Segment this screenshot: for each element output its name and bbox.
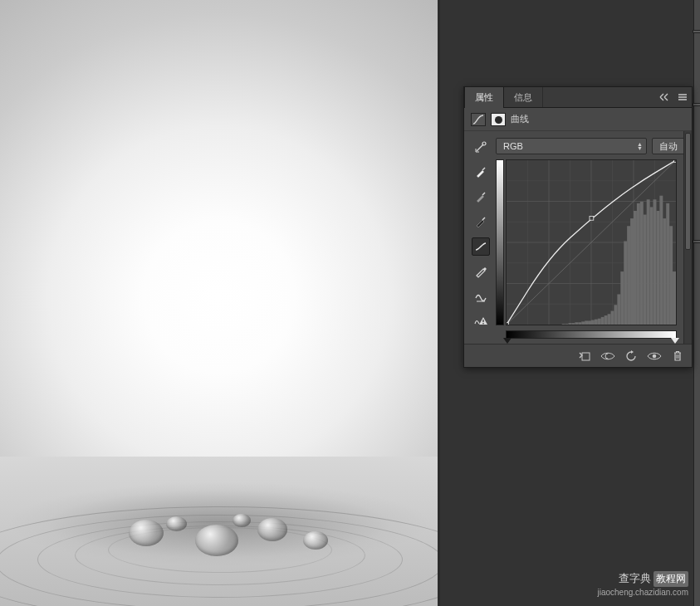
select-arrows-icon: ▲▼: [637, 142, 643, 150]
adjustment-title: 曲线: [511, 113, 529, 125]
svg-rect-66: [666, 203, 669, 325]
dock-handle[interactable]: [693, 240, 700, 243]
svg-rect-49: [611, 311, 614, 325]
svg-rect-67: [669, 226, 673, 325]
smooth-curve-icon[interactable]: [472, 287, 490, 305]
svg-rect-47: [605, 315, 608, 325]
svg-rect-36: [569, 323, 572, 325]
dock-handle[interactable]: [693, 30, 700, 33]
pencil-mode-icon[interactable]: [472, 262, 490, 281]
svg-rect-2: [482, 323, 483, 324]
panel-body: RGB ▲▼ 自动: [464, 131, 692, 344]
layer-mask-icon[interactable]: [491, 113, 506, 126]
svg-rect-59: [644, 215, 647, 325]
svg-rect-57: [637, 203, 640, 325]
svg-rect-44: [595, 320, 598, 325]
target-adjust-icon[interactable]: [472, 138, 490, 156]
svg-rect-48: [608, 314, 611, 325]
svg-rect-65: [663, 218, 666, 325]
dock-handle[interactable]: [693, 103, 700, 106]
svg-rect-72: [674, 160, 676, 162]
tab-properties[interactable]: 属性: [464, 86, 504, 108]
input-gradient[interactable]: [506, 330, 677, 339]
properties-panel: 属性 信息 曲线: [463, 86, 693, 368]
watermark-text-2: 教程网: [653, 571, 688, 586]
document-image: [0, 0, 438, 606]
svg-rect-41: [585, 320, 588, 325]
eyedropper-gray-icon[interactable]: [472, 188, 490, 206]
svg-rect-62: [653, 199, 657, 325]
eyedropper-white-icon[interactable]: [472, 163, 490, 181]
output-gradient: [496, 159, 504, 325]
watermark-url: jiaocheng.chazidian.com: [597, 587, 688, 599]
visibility-icon[interactable]: [645, 349, 663, 364]
eyedropper-black-icon[interactable]: [472, 213, 490, 231]
canvas-area[interactable]: [0, 0, 440, 606]
svg-rect-45: [598, 319, 601, 325]
svg-point-0: [482, 142, 486, 145]
panel-dock-edge: [693, 0, 700, 606]
clip-warning-icon[interactable]: [472, 312, 490, 330]
svg-rect-53: [624, 242, 627, 325]
channel-select[interactable]: RGB ▲▼: [496, 138, 647, 154]
watermark: 查字典教程网 jiaocheng.chazidian.com: [597, 571, 688, 598]
svg-rect-71: [590, 217, 594, 221]
svg-rect-1: [482, 320, 483, 322]
scrollbar-thumb[interactable]: [685, 133, 691, 250]
svg-rect-63: [656, 211, 659, 325]
panel-scrollbar[interactable]: [683, 131, 692, 344]
clip-to-layer-icon[interactable]: [575, 349, 594, 364]
svg-rect-46: [601, 317, 605, 325]
white-point-slider[interactable]: [671, 338, 679, 344]
svg-rect-68: [673, 271, 676, 325]
curves-graph[interactable]: [506, 159, 677, 325]
svg-rect-38: [575, 322, 578, 325]
svg-rect-40: [581, 321, 585, 325]
svg-rect-50: [614, 305, 617, 325]
svg-rect-42: [588, 320, 591, 325]
svg-rect-58: [640, 202, 644, 325]
svg-rect-51: [617, 294, 620, 325]
svg-rect-73: [582, 353, 590, 360]
adjustment-header: 曲线: [464, 108, 692, 131]
svg-point-74: [653, 354, 657, 358]
svg-rect-37: [571, 323, 575, 325]
curves-tool-column: [471, 138, 491, 339]
svg-rect-34: [562, 324, 565, 325]
panel-footer: [464, 344, 692, 367]
water-ripples: [0, 457, 438, 606]
svg-rect-61: [650, 207, 653, 325]
svg-rect-64: [659, 196, 663, 325]
svg-rect-60: [647, 199, 650, 325]
svg-rect-43: [591, 320, 595, 325]
auto-button[interactable]: 自动: [652, 138, 685, 154]
curves-icon: [471, 113, 486, 126]
channel-select-value: RGB: [503, 141, 523, 151]
panel-menu-icon[interactable]: [675, 90, 690, 104]
svg-rect-55: [630, 218, 634, 325]
svg-rect-56: [634, 211, 637, 325]
svg-rect-39: [578, 322, 581, 325]
svg-rect-70: [507, 323, 508, 325]
curve-mode-icon[interactable]: [472, 237, 490, 256]
trash-icon[interactable]: [668, 349, 687, 364]
view-previous-icon[interactable]: [599, 349, 617, 364]
svg-rect-35: [565, 324, 569, 325]
svg-rect-52: [620, 271, 624, 325]
collapse-icon[interactable]: [657, 90, 672, 104]
watermark-text-1: 查字典: [619, 572, 651, 584]
panel-tabbar: 属性 信息: [464, 87, 692, 108]
tab-info[interactable]: 信息: [504, 87, 543, 107]
svg-rect-54: [627, 226, 630, 325]
black-point-slider[interactable]: [503, 338, 512, 344]
reset-icon[interactable]: [622, 349, 640, 364]
